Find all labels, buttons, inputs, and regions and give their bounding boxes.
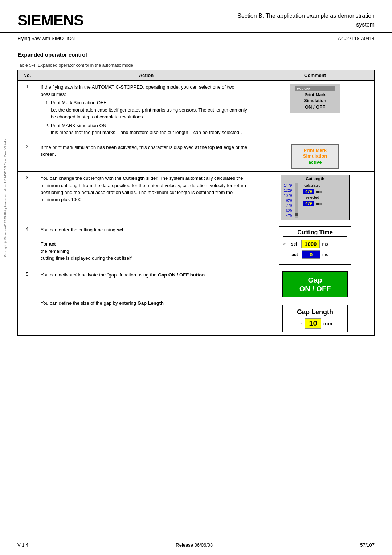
row-comment: Gap ON / OFF Gap Length → 10 mm [256, 268, 375, 336]
cutlength-title: Cutlength [284, 177, 346, 182]
row-action: If the print mark simulation has been ac… [37, 141, 256, 172]
row-comment: HCL 000 Print Mark Simulation ON / OFF [256, 81, 375, 141]
gap-length-title: Gap Length [287, 308, 343, 316]
copyright-text: Copyright © Siemens AG 2008 All rights r… [4, 138, 9, 257]
row-number: 1 [18, 81, 37, 141]
footer-version: V 1.4 [17, 542, 28, 548]
selected-unit: mm [316, 202, 322, 206]
gap-arrow: → [298, 321, 303, 327]
page-footer: V 1.4 Release 06/06/08 57/107 [0, 539, 392, 548]
calculated-row: 479 mm [303, 189, 322, 194]
print-mark-simulation-panel: HCL 000 Print Mark Simulation ON / OFF [290, 84, 340, 113]
row-number: 2 [18, 141, 37, 172]
selected-row: 479 mm [303, 201, 322, 206]
row-action: If the flying saw is in the AUTOMATIC-ST… [37, 81, 256, 141]
calculated-label: calculated [303, 183, 322, 187]
gap-length-value[interactable]: 10 [305, 318, 321, 329]
ct-sel-row: ↵ sel 1000 ms [283, 240, 347, 248]
col-header-action: Action [37, 70, 256, 81]
table-row: 3 You can change the cut length with the… [18, 172, 375, 223]
section-title: Expanded operator control [17, 52, 375, 58]
gap-length-row: → 10 mm [287, 318, 343, 329]
gap-length-unit: mm [323, 321, 332, 327]
gap-widget: Gap ON / OFF Gap Length → 10 mm [260, 271, 371, 332]
cutlength-scale: 1479 1229 1079 929 779 629 479 [284, 183, 292, 218]
table-row: 2 If the print mark simulation has been … [18, 141, 375, 172]
cutting-time-panel: Cutting Time ↵ sel 1000 ms → act [279, 226, 351, 265]
cutting-time-widget: Cutting Time ↵ sel 1000 ms → act [260, 226, 371, 265]
ct-act-row: → act 0 ms [283, 250, 347, 259]
footer-page: 57/107 [360, 542, 375, 548]
main-table: No. Action Comment 1 If the flying saw i… [17, 70, 375, 336]
row-number: 3 [18, 172, 37, 223]
doc-title: Flying Saw with SIMOTION [17, 36, 75, 41]
sel-label: sel [289, 242, 299, 247]
siemens-logo: SIEMENS [17, 12, 83, 29]
calculated-unit: mm [316, 190, 322, 194]
print-mark-active-widget: Print Mark Simulation active [260, 144, 371, 169]
table-caption: Table 5-4: Expanded operator control in … [17, 63, 375, 68]
sel-unit: ms [322, 242, 328, 247]
slider-thumb [295, 213, 298, 216]
selected-value[interactable]: 479 [303, 201, 314, 206]
calculated-value: 479 [303, 189, 314, 194]
sub-header: Flying Saw with SIMOTION A4027118-A0414 [0, 33, 392, 44]
cutlength-values: calculated 479 mm selected 479 [303, 183, 322, 218]
act-label: act [290, 252, 300, 257]
row-comment: Cutlength 1479 1229 1079 929 779 629 [256, 172, 375, 223]
row-number: 4 [18, 223, 37, 268]
cutlength-panel: Cutlength 1479 1229 1079 929 779 629 [281, 175, 350, 220]
act-arrow: → [283, 252, 287, 257]
row-number: 5 [18, 268, 37, 336]
gap-length-panel: Gap Length → 10 mm [282, 305, 348, 332]
table-row: 5 You can activate/deactivate the "gap" … [18, 268, 375, 336]
selected-label: selected [303, 195, 322, 199]
sel-value[interactable]: 1000 [301, 240, 320, 248]
row-action: You can activate/deactivate the "gap" fu… [37, 268, 256, 336]
act-unit: ms [322, 252, 328, 257]
cutting-time-title: Cutting Time [283, 229, 347, 237]
row-comment: Cutting Time ↵ sel 1000 ms → act [256, 223, 375, 268]
print-mark-onoff-widget: HCL 000 Print Mark Simulation ON / OFF [260, 84, 371, 113]
print-mark-active-panel: Print Mark Simulation active [291, 144, 339, 169]
act-value: 0 [302, 250, 320, 259]
row-action: You can enter the cutting time using sel… [37, 223, 256, 268]
pma-text: Print Mark Simulation [297, 147, 333, 160]
cutlength-widget: Cutlength 1479 1229 1079 929 779 629 [260, 175, 371, 220]
table-row: 1 If the flying saw is in the AUTOMATIC-… [18, 81, 375, 141]
gap-onoff-button[interactable]: Gap ON / OFF [282, 271, 348, 297]
pm-title: Print Mark Simulation [295, 92, 335, 104]
page-header: SIEMENS Section B: The application examp… [0, 0, 392, 33]
col-header-comment: Comment [256, 70, 375, 81]
sel-arrow: ↵ [283, 242, 287, 247]
row-action: You can change the cut length with the C… [37, 172, 256, 223]
main-content: Expanded operator control Table 5-4: Exp… [0, 44, 392, 343]
pm-onoff-label[interactable]: ON / OFF [295, 104, 335, 110]
footer-release: Release 06/06/08 [176, 542, 213, 548]
row-comment: Print Mark Simulation active [256, 141, 375, 172]
col-header-no: No. [18, 70, 37, 81]
pm-address-bar: HCL 000 [295, 86, 335, 91]
header-title: Section B: The application example as de… [98, 12, 375, 29]
table-row: 4 You can enter the cutting time using s… [18, 223, 375, 268]
slider-track[interactable] [295, 183, 298, 218]
pma-active-label: active [297, 159, 333, 165]
doc-number: A4027118-A0414 [338, 36, 375, 41]
